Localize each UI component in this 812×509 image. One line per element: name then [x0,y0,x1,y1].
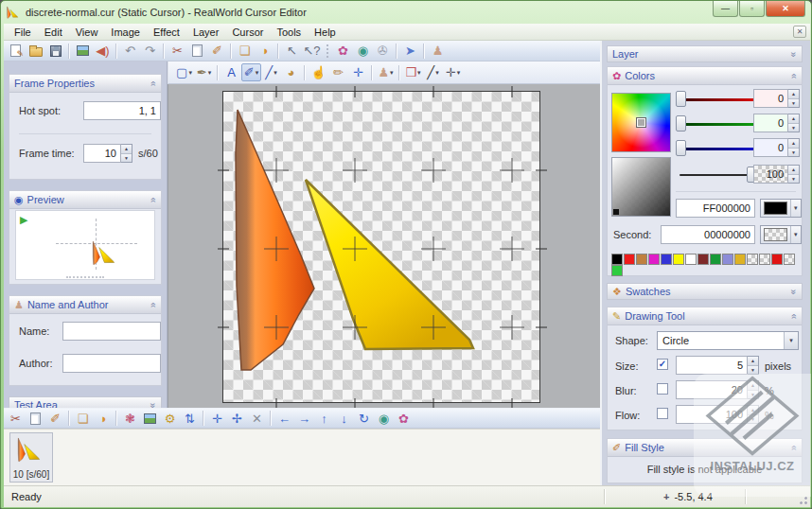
alpha-track[interactable] [680,174,757,176]
brush-icon[interactable]: ✐ [45,410,65,428]
duplicate-frame-icon[interactable]: ✢ [227,410,247,428]
move-down-icon[interactable]: ↓ [334,410,354,428]
delete-frame-icon[interactable]: ✕ [247,410,267,428]
collapse-icon[interactable]: » [789,73,800,79]
swatch-blue[interactable] [661,254,672,265]
swatch-red[interactable] [624,254,635,265]
palette-icon[interactable]: ✿ [394,410,414,428]
expand-icon[interactable]: » [789,289,800,294]
name-author-header[interactable]: ♟ Name and Author » [9,296,161,314]
primary-color-dropdown[interactable]: ▾ [760,199,802,218]
author-input[interactable] [62,354,161,373]
image-wizard-icon[interactable] [73,42,93,60]
resize-grip[interactable] [797,494,808,505]
menu-close-button[interactable]: ✕ [793,26,806,38]
size-checkbox[interactable]: ✓ [657,359,668,370]
paste-icon[interactable] [187,42,207,60]
swatch-darkred[interactable] [697,254,709,265]
fill-style-header[interactable]: ✐ Fill Style » [608,439,802,457]
luminance-picker[interactable] [611,157,671,217]
menu-item[interactable]: Image [104,25,147,40]
title-bar[interactable]: discrete-normal.cur (Static Cursor) - Re… [1,1,812,24]
frame-properties-header[interactable]: Frame Properties » [9,75,161,93]
blur-checkbox[interactable] [657,383,668,395]
colors-header[interactable]: ✿ Colors » [608,67,802,85]
collapse-icon[interactable]: » [149,80,159,86]
retouch-tool-icon[interactable]: ✏ [328,63,348,81]
swatch-lavender[interactable] [722,254,733,265]
second-color-dropdown[interactable]: ▾ [760,225,802,244]
menu-item[interactable]: Edit [38,25,69,40]
cursor-arrow-icon[interactable]: ↖ [282,42,302,60]
green-track[interactable] [680,123,757,126]
line-tool-icon[interactable]: ╱▾ [261,63,281,81]
hotspot-icon[interactable]: ✛▾ [443,63,463,81]
red-spinner[interactable]: ▲▼ [788,89,800,108]
pointer-icon[interactable]: ➤ [400,42,420,60]
expand-icon[interactable]: » [789,51,800,57]
cut-icon[interactable]: ✂ [168,42,187,60]
color-wheel[interactable] [611,93,671,152]
swatches-header[interactable]: ❖ Swatches » [607,283,803,300]
red-thumb[interactable] [676,91,686,107]
menu-item[interactable]: Tools [270,25,308,40]
contrast-icon[interactable]: ◑ [93,410,113,428]
flow-checkbox[interactable] [657,408,668,419]
move-frame-icon[interactable]: ✛ [207,410,227,428]
cut-icon[interactable]: ✂ [6,410,26,428]
flow-input[interactable]: 100 [676,405,748,424]
swatch-magenta[interactable] [648,254,660,265]
reorder-icon[interactable]: ⇅ [180,410,200,428]
collapse-icon[interactable]: » [149,197,159,202]
expand-icon[interactable]: » [149,402,159,408]
swatch-tan[interactable] [636,254,647,265]
sound-icon[interactable]: ◀) [93,42,113,60]
menu-item[interactable]: Cursor [225,25,270,40]
blue-spinner[interactable]: ▲▼ [788,138,800,157]
move-right-icon[interactable]: → [294,410,314,428]
smudge-tool-icon[interactable]: ☝ [309,63,328,81]
frame-thumbnail[interactable]: 10 [s/60] [9,432,53,483]
image-format-icon[interactable] [140,410,160,428]
red-track[interactable] [680,98,757,101]
swatch-transparent[interactable] [747,254,758,265]
layer-header[interactable]: Layer » [607,45,803,62]
swatch-black[interactable] [611,254,623,265]
second-hex-input[interactable]: 00000000 [661,225,755,244]
alpha-input[interactable]: 100 [753,165,788,184]
swatch-transparent[interactable] [784,254,795,265]
undo-icon[interactable]: ↶ [120,42,140,60]
minimize-button[interactable]: — [713,1,738,17]
swatch-gold[interactable] [734,254,746,265]
collapse-icon[interactable]: » [789,313,800,319]
move-up-icon[interactable]: ↑ [314,410,334,428]
shape-select[interactable]: Circle ▾ [657,331,799,350]
size-spinner[interactable]: ▲▼ [748,356,759,375]
effects-icon[interactable]: ❃ [120,410,140,428]
text-tool-icon[interactable]: A [221,63,241,81]
frame-time-input[interactable]: 10 [83,144,121,163]
menu-item[interactable]: Help [308,25,343,40]
fill-tool-icon[interactable]: ◕ [281,63,301,81]
swatch-red2[interactable] [771,254,783,265]
rotate-icon[interactable]: ↻ [354,410,374,428]
swatch-green[interactable] [710,254,721,265]
swatch-transparent[interactable] [759,254,770,265]
person-icon[interactable]: ♟ [428,42,448,60]
colors-panel-icon[interactable]: ✿ [333,42,353,60]
resize-grip[interactable] [66,276,104,278]
collapse-icon[interactable]: » [149,302,159,307]
stroke-width-icon[interactable]: ╱▾ [423,63,443,81]
size-input[interactable]: 5 [676,356,748,375]
move-left-icon[interactable]: ← [274,410,294,428]
save-file-icon[interactable] [45,42,65,60]
blur-input[interactable]: 20 [676,380,748,399]
menu-item[interactable]: Layer [186,25,226,40]
green-thumb[interactable] [676,115,686,132]
green-input[interactable]: 0 [753,114,788,132]
blue-track[interactable] [680,148,757,150]
redo-icon[interactable]: ↷ [140,42,160,60]
picker-tool-icon[interactable]: ✒▾ [194,63,214,81]
green-spinner[interactable]: ▲▼ [788,114,800,132]
frame-time-spinner[interactable]: ▲▼ [121,144,132,163]
